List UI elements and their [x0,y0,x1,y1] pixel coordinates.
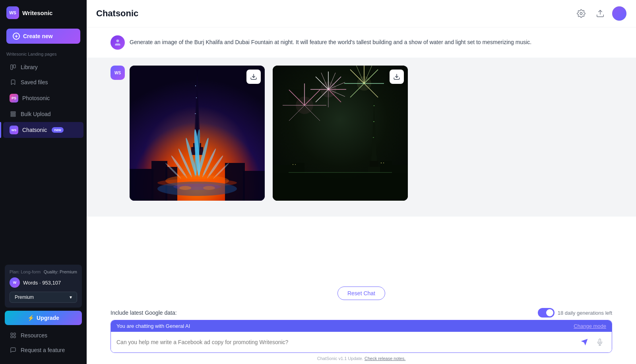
message-icon [10,347,17,354]
download-button-2[interactable] [390,70,404,84]
sidebar-item-chatsonic[interactable]: WS Chatsonic new [3,122,83,138]
svg-rect-3 [11,114,16,115]
svg-rect-23 [243,171,265,201]
svg-rect-48 [390,165,408,173]
release-notes-link[interactable]: Check release notes. [365,356,405,361]
svg-rect-0 [11,65,13,70]
new-badge: new [52,127,64,133]
chatsonic-icon: WS [10,126,18,134]
ai-message: WS [87,58,636,217]
svg-point-38 [179,186,191,190]
ai-content [130,66,612,201]
avatar[interactable] [612,6,626,21]
svg-point-82 [320,81,336,97]
user-message-text: Generate an image of the Burj Khalifa an… [130,35,612,46]
toggle-row: Include latest Google data: 18 daily gen… [111,305,612,320]
sidebar-item-resources[interactable]: Resources [3,328,83,343]
sidebar-bottom: Plan: Long-form Quality: Premium W Words… [0,261,87,364]
svg-rect-85 [289,172,392,173]
bookmark-icon [10,79,17,86]
sidebar: WS Writesonic + Create new Writesonic La… [0,0,87,364]
input-bar-wrapper: You are chatting with General AI Change … [111,320,612,353]
grid-icon [10,332,17,339]
svg-rect-41 [273,173,408,201]
svg-rect-19 [130,169,153,201]
mic-icon [596,339,603,346]
logo-icon: WS [6,6,19,19]
svg-rect-8 [14,336,16,338]
svg-rect-53 [373,137,374,138]
sidebar-item-library[interactable]: Library [3,60,83,74]
logo-text: Writesonic [22,10,52,16]
change-mode-link[interactable]: Change mode [574,323,606,329]
user-avatar [111,35,125,50]
plan-info: Plan: Long-form Quality: Premium W Words… [5,265,82,308]
create-new-button[interactable]: + Create new [6,29,80,44]
svg-rect-49 [273,165,293,173]
upload-icon [10,110,17,118]
svg-rect-6 [14,333,16,335]
sidebar-item-request-feature[interactable]: Request a feature [3,343,83,357]
image-card-1 [130,66,265,201]
google-data-label: Include latest Google data: [111,310,177,316]
svg-rect-86 [381,163,382,163]
sidebar-item-photosonic[interactable]: PS Photosonic [3,90,83,106]
images-grid [130,66,612,201]
chat-input[interactable] [116,339,575,345]
upload-header-button[interactable] [593,6,607,21]
header: Chatsonic [87,0,636,27]
plan-label: Plan: Long-form [10,269,41,274]
chat-area: Generate an image of the Burj Khalifa an… [87,27,636,282]
gear-icon [577,9,586,18]
svg-rect-5 [11,333,13,335]
google-data-toggle[interactable] [538,308,555,318]
ai-mode-label: You are chatting with General AI [116,323,190,329]
main-content: Chatsonic Generate an image of the Burj … [87,0,636,364]
plus-circle-icon: + [13,33,20,40]
svg-rect-89 [295,164,296,165]
upload-icon [596,9,605,18]
page-title: Chatsonic [96,8,138,19]
mic-button[interactable] [593,336,606,349]
svg-point-84 [296,97,313,114]
words-row: W Words · 953,107 [10,277,77,288]
send-icon [580,338,588,346]
svg-rect-88 [293,164,293,165]
book-icon [10,64,17,71]
words-count: Words · 953,107 [23,280,61,286]
sidebar-bottom-items: Resources Request a feature [0,328,87,357]
daily-generations-left: 18 daily generations left [558,310,612,316]
svg-rect-52 [373,121,374,122]
release-notes: ChatSonic v1.1 Update. Check release not… [111,354,612,364]
sidebar-item-saved-files[interactable]: Saved files [3,75,83,89]
reset-chat-row: Reset Chat [111,282,612,305]
svg-rect-51 [374,105,374,106]
input-bar [111,332,612,352]
logo[interactable]: WS Writesonic [0,0,87,25]
input-bar-top: You are chatting with General AI Change … [111,320,612,332]
svg-rect-87 [383,163,384,163]
reset-chat-button[interactable]: Reset Chat [337,287,385,300]
chat-controls: Reset Chat Include latest Google data: 1… [87,282,636,364]
svg-rect-1 [14,65,16,68]
premium-button[interactable]: Premium ▾ [10,292,77,303]
svg-rect-46 [368,167,380,173]
svg-rect-17 [196,97,197,98]
ai-avatar: WS [111,66,125,80]
photosonic-icon: PS [10,94,18,103]
svg-rect-2 [11,112,16,113]
svg-rect-16 [195,85,196,86]
sidebar-item-bulk-upload[interactable]: Bulk Upload [3,107,83,121]
image-card-2 [273,66,408,201]
sidebar-section-label: Writesonic Landing pages [0,50,87,60]
settings-button[interactable] [574,6,588,21]
header-actions [574,6,626,21]
svg-rect-4 [11,115,16,116]
svg-rect-18 [195,113,196,114]
download-button-1[interactable] [246,70,261,84]
plan-row: Plan: Long-form Quality: Premium [10,269,77,274]
send-button[interactable] [578,336,590,348]
svg-rect-7 [11,336,13,338]
quality-label: Quality: Premium [44,269,77,274]
upgrade-button[interactable]: ⚡ Upgrade [5,311,82,325]
